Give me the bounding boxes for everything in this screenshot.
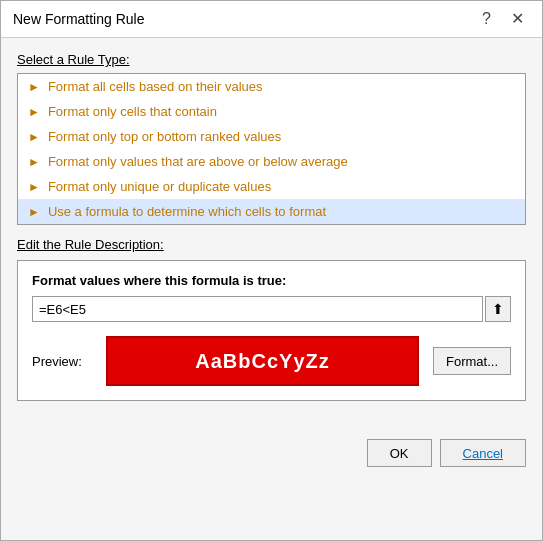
rule-item-cells-contain[interactable]: ► Format only cells that contain (18, 99, 525, 124)
collapse-icon: ⬆ (492, 301, 504, 317)
new-formatting-rule-dialog: New Formatting Rule ? ✕ Select a Rule Ty… (0, 0, 543, 541)
close-button[interactable]: ✕ (505, 9, 530, 29)
ok-button[interactable]: OK (367, 439, 432, 467)
preview-label: Preview: (32, 354, 92, 369)
formula-label: Format values where this formula is true… (32, 273, 511, 288)
cancel-button[interactable]: Cancel (440, 439, 526, 467)
formula-collapse-button[interactable]: ⬆ (485, 296, 511, 322)
rule-item-label-0: Format all cells based on their values (48, 79, 263, 94)
formula-row: ⬆ (32, 296, 511, 322)
arrow-icon-0: ► (28, 80, 40, 94)
rule-item-label-2: Format only top or bottom ranked values (48, 129, 281, 144)
arrow-icon-1: ► (28, 105, 40, 119)
rule-item-top-bottom[interactable]: ► Format only top or bottom ranked value… (18, 124, 525, 149)
dialog-title: New Formatting Rule (13, 11, 145, 27)
rule-item-label-3: Format only values that are above or bel… (48, 154, 348, 169)
title-buttons: ? ✕ (476, 9, 530, 29)
preview-text: AaBbCcYyZz (195, 350, 329, 373)
rule-item-label-5: Use a formula to determine which cells t… (48, 204, 326, 219)
title-bar: New Formatting Rule ? ✕ (1, 1, 542, 38)
preview-box: AaBbCcYyZz (106, 336, 419, 386)
rule-description-section: Format values where this formula is true… (17, 260, 526, 401)
select-rule-label: Select a Rule Type: (17, 52, 526, 67)
format-button[interactable]: Format... (433, 347, 511, 375)
arrow-icon-3: ► (28, 155, 40, 169)
rule-item-label-1: Format only cells that contain (48, 104, 217, 119)
rule-item-label-4: Format only unique or duplicate values (48, 179, 271, 194)
arrow-icon-2: ► (28, 130, 40, 144)
formula-input[interactable] (32, 296, 483, 322)
rule-item-unique-duplicate[interactable]: ► Format only unique or duplicate values (18, 174, 525, 199)
rule-type-list: ► Format all cells based on their values… (17, 73, 526, 225)
rule-item-all-cells[interactable]: ► Format all cells based on their values (18, 74, 525, 99)
arrow-icon-5: ► (28, 205, 40, 219)
help-button[interactable]: ? (476, 9, 497, 29)
dialog-content: Select a Rule Type: ► Format all cells b… (1, 38, 542, 429)
rule-item-formula[interactable]: ► Use a formula to determine which cells… (18, 199, 525, 224)
arrow-icon-4: ► (28, 180, 40, 194)
preview-row: Preview: AaBbCcYyZz Format... (32, 336, 511, 386)
edit-rule-label: Edit the Rule Description: (17, 237, 526, 252)
dialog-footer: OK Cancel (1, 429, 542, 481)
rule-item-above-below[interactable]: ► Format only values that are above or b… (18, 149, 525, 174)
